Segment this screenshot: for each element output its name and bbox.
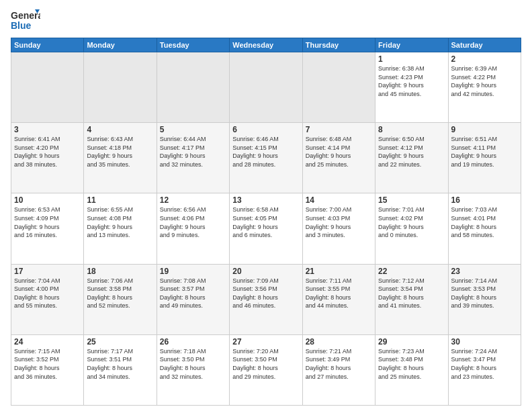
day-cell: 11Sunrise: 6:55 AM Sunset: 4:08 PM Dayli…	[84, 193, 157, 264]
day-info: Sunrise: 7:21 AM Sunset: 3:49 PM Dayligh…	[306, 347, 372, 381]
day-info: Sunrise: 7:20 AM Sunset: 3:50 PM Dayligh…	[232, 347, 299, 381]
day-info: Sunrise: 6:50 AM Sunset: 4:12 PM Dayligh…	[378, 135, 445, 169]
day-info: Sunrise: 6:56 AM Sunset: 4:06 PM Dayligh…	[160, 205, 226, 239]
week-row-1: 1Sunrise: 6:38 AM Sunset: 4:23 PM Daylig…	[11, 52, 521, 123]
day-cell: 15Sunrise: 7:01 AM Sunset: 4:02 PM Dayli…	[375, 193, 448, 264]
day-info: Sunrise: 6:51 AM Sunset: 4:11 PM Dayligh…	[451, 135, 518, 169]
day-number: 26	[160, 337, 226, 347]
day-cell: 22Sunrise: 7:12 AM Sunset: 3:54 PM Dayli…	[375, 264, 448, 334]
day-number: 10	[14, 195, 81, 205]
day-cell: 24Sunrise: 7:15 AM Sunset: 3:52 PM Dayli…	[11, 334, 84, 405]
day-cell: 13Sunrise: 6:58 AM Sunset: 4:05 PM Dayli…	[230, 193, 302, 264]
day-cell: 25Sunrise: 7:17 AM Sunset: 3:51 PM Dayli…	[84, 334, 157, 405]
day-cell	[157, 52, 229, 123]
day-info: Sunrise: 7:23 AM Sunset: 3:48 PM Dayligh…	[378, 347, 445, 381]
day-number: 25	[87, 337, 153, 347]
day-number: 19	[160, 267, 226, 276]
day-cell: 20Sunrise: 7:09 AM Sunset: 3:56 PM Dayli…	[230, 264, 302, 334]
logo-svg: General Blue	[11, 8, 40, 32]
day-number: 27	[232, 337, 299, 347]
week-row-4: 17Sunrise: 7:04 AM Sunset: 4:00 PM Dayli…	[11, 264, 521, 334]
day-cell: 8Sunrise: 6:50 AM Sunset: 4:12 PM Daylig…	[375, 123, 448, 193]
weekday-saturday: Saturday	[448, 38, 521, 52]
weekday-wednesday: Wednesday	[230, 38, 302, 52]
day-cell: 28Sunrise: 7:21 AM Sunset: 3:49 PM Dayli…	[302, 334, 375, 405]
day-cell: 29Sunrise: 7:23 AM Sunset: 3:48 PM Dayli…	[375, 334, 448, 405]
day-cell	[84, 52, 157, 123]
weekday-friday: Friday	[375, 38, 448, 52]
day-info: Sunrise: 6:44 AM Sunset: 4:17 PM Dayligh…	[160, 135, 226, 169]
day-number: 3	[14, 125, 81, 134]
day-number: 9	[451, 125, 518, 134]
day-cell: 2Sunrise: 6:39 AM Sunset: 4:22 PM Daylig…	[448, 52, 521, 123]
week-row-2: 3Sunrise: 6:41 AM Sunset: 4:20 PM Daylig…	[11, 123, 521, 193]
day-cell	[11, 52, 84, 123]
day-cell: 19Sunrise: 7:08 AM Sunset: 3:57 PM Dayli…	[157, 264, 229, 334]
day-cell: 26Sunrise: 7:18 AM Sunset: 3:50 PM Dayli…	[157, 334, 229, 405]
day-number: 29	[378, 337, 445, 347]
day-number: 24	[14, 337, 81, 347]
day-number: 6	[232, 125, 299, 134]
day-info: Sunrise: 6:41 AM Sunset: 4:20 PM Dayligh…	[14, 135, 81, 169]
day-cell: 16Sunrise: 7:03 AM Sunset: 4:01 PM Dayli…	[448, 193, 521, 264]
week-row-3: 10Sunrise: 6:53 AM Sunset: 4:09 PM Dayli…	[11, 193, 521, 264]
day-cell: 30Sunrise: 7:24 AM Sunset: 3:47 PM Dayli…	[448, 334, 521, 405]
day-cell: 4Sunrise: 6:43 AM Sunset: 4:18 PM Daylig…	[84, 123, 157, 193]
day-info: Sunrise: 7:14 AM Sunset: 3:53 PM Dayligh…	[451, 277, 518, 310]
day-cell: 9Sunrise: 6:51 AM Sunset: 4:11 PM Daylig…	[448, 123, 521, 193]
day-info: Sunrise: 6:55 AM Sunset: 4:08 PM Dayligh…	[87, 205, 153, 239]
day-cell	[302, 52, 375, 123]
day-info: Sunrise: 6:38 AM Sunset: 4:23 PM Dayligh…	[378, 64, 445, 98]
day-number: 7	[306, 125, 372, 134]
day-cell: 17Sunrise: 7:04 AM Sunset: 4:00 PM Dayli…	[11, 264, 84, 334]
day-info: Sunrise: 7:09 AM Sunset: 3:56 PM Dayligh…	[232, 277, 299, 310]
weekday-header-row: SundayMondayTuesdayWednesdayThursdayFrid…	[11, 38, 521, 52]
day-info: Sunrise: 7:17 AM Sunset: 3:51 PM Dayligh…	[87, 347, 153, 381]
day-number: 15	[378, 195, 445, 205]
day-number: 18	[87, 267, 153, 276]
weekday-thursday: Thursday	[302, 38, 375, 52]
day-number: 8	[378, 125, 445, 134]
logo: General Blue	[11, 8, 40, 32]
weekday-sunday: Sunday	[11, 38, 84, 52]
day-info: Sunrise: 7:15 AM Sunset: 3:52 PM Dayligh…	[14, 347, 81, 381]
day-info: Sunrise: 6:48 AM Sunset: 4:14 PM Dayligh…	[306, 135, 372, 169]
day-cell: 23Sunrise: 7:14 AM Sunset: 3:53 PM Dayli…	[448, 264, 521, 334]
day-cell: 12Sunrise: 6:56 AM Sunset: 4:06 PM Dayli…	[157, 193, 229, 264]
day-info: Sunrise: 6:58 AM Sunset: 4:05 PM Dayligh…	[232, 205, 299, 239]
day-cell: 18Sunrise: 7:06 AM Sunset: 3:58 PM Dayli…	[84, 264, 157, 334]
day-number: 16	[451, 195, 518, 205]
day-info: Sunrise: 7:01 AM Sunset: 4:02 PM Dayligh…	[378, 205, 445, 239]
day-cell: 21Sunrise: 7:11 AM Sunset: 3:55 PM Dayli…	[302, 264, 375, 334]
day-number: 5	[160, 125, 226, 134]
day-cell: 6Sunrise: 6:46 AM Sunset: 4:15 PM Daylig…	[230, 123, 302, 193]
day-info: Sunrise: 7:12 AM Sunset: 3:54 PM Dayligh…	[378, 277, 445, 310]
week-row-5: 24Sunrise: 7:15 AM Sunset: 3:52 PM Dayli…	[11, 334, 521, 405]
day-info: Sunrise: 6:43 AM Sunset: 4:18 PM Dayligh…	[87, 135, 153, 169]
day-info: Sunrise: 6:39 AM Sunset: 4:22 PM Dayligh…	[451, 64, 518, 98]
day-number: 11	[87, 195, 153, 205]
page: General Blue SundayMondayTuesdayWednesda…	[0, 0, 532, 411]
day-number: 4	[87, 125, 153, 134]
svg-text:General: General	[11, 10, 40, 21]
day-number: 28	[306, 337, 372, 347]
day-cell: 14Sunrise: 7:00 AM Sunset: 4:03 PM Dayli…	[302, 193, 375, 264]
day-info: Sunrise: 7:00 AM Sunset: 4:03 PM Dayligh…	[306, 205, 372, 239]
day-info: Sunrise: 7:06 AM Sunset: 3:58 PM Dayligh…	[87, 277, 153, 310]
day-number: 22	[378, 267, 445, 276]
calendar-table: SundayMondayTuesdayWednesdayThursdayFrid…	[11, 38, 521, 406]
day-number: 2	[451, 54, 518, 64]
day-number: 17	[14, 267, 81, 276]
weekday-tuesday: Tuesday	[157, 38, 229, 52]
day-number: 12	[160, 195, 226, 205]
day-number: 13	[232, 195, 299, 205]
day-info: Sunrise: 7:08 AM Sunset: 3:57 PM Dayligh…	[160, 277, 226, 310]
svg-text:Blue: Blue	[11, 20, 32, 31]
weekday-monday: Monday	[84, 38, 157, 52]
day-cell: 3Sunrise: 6:41 AM Sunset: 4:20 PM Daylig…	[11, 123, 84, 193]
day-info: Sunrise: 7:03 AM Sunset: 4:01 PM Dayligh…	[451, 205, 518, 239]
day-cell: 7Sunrise: 6:48 AM Sunset: 4:14 PM Daylig…	[302, 123, 375, 193]
day-info: Sunrise: 6:46 AM Sunset: 4:15 PM Dayligh…	[232, 135, 299, 169]
day-cell	[230, 52, 302, 123]
day-number: 14	[306, 195, 372, 205]
